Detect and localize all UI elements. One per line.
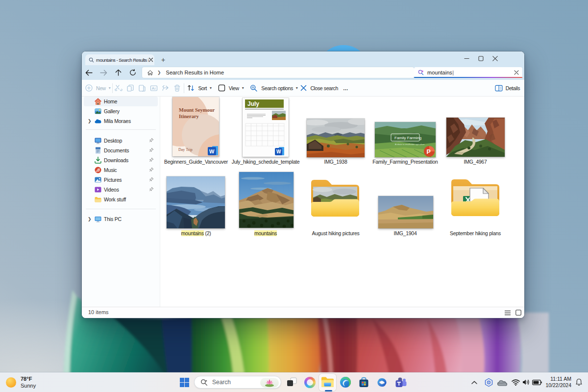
svg-text:Family Farming: Family Farming [394, 136, 421, 140]
svg-text:July: July [247, 100, 259, 107]
svg-text:W: W [209, 148, 215, 154]
svg-text:P: P [427, 148, 431, 155]
svg-text:Day Trip: Day Trip [178, 147, 193, 152]
svg-text:A tribute to smallholder agric: A tribute to smallholder agriculture [395, 143, 425, 146]
svg-text:Mount Seymour: Mount Seymour [179, 107, 215, 113]
svg-text:Itinerary: Itinerary [179, 114, 199, 119]
svg-text:W: W [276, 149, 281, 154]
